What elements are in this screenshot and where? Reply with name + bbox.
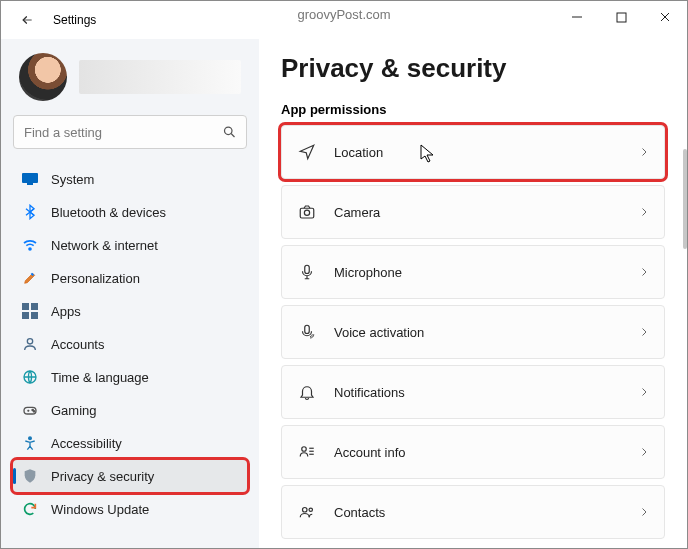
chevron-right-icon	[638, 206, 650, 218]
sidebar-item-accessibility[interactable]: Accessibility	[13, 427, 247, 459]
search-icon	[222, 125, 237, 140]
svg-point-28	[309, 508, 312, 511]
sidebar-item-label: Accessibility	[51, 436, 122, 451]
back-arrow-icon-line	[18, 13, 36, 27]
close-icon	[659, 11, 671, 23]
permission-card-voice-activation[interactable]: Voice activation	[281, 305, 665, 359]
svg-point-20	[304, 210, 309, 215]
sidebar-item-label: Network & internet	[51, 238, 158, 253]
user-name-redacted	[79, 60, 241, 94]
minimize-icon	[571, 11, 583, 23]
maximize-button[interactable]	[599, 1, 643, 33]
paintbrush-icon	[21, 269, 39, 287]
contacts-icon	[296, 503, 318, 521]
scrollbar[interactable]	[683, 149, 687, 249]
sidebar-item-label: System	[51, 172, 94, 187]
bluetooth-icon	[21, 203, 39, 221]
permission-card-account-info[interactable]: Account info	[281, 425, 665, 479]
back-button[interactable]	[9, 2, 45, 38]
svg-point-27	[303, 508, 308, 513]
chevron-right-icon	[638, 146, 650, 158]
sidebar-item-network[interactable]: Network & internet	[13, 229, 247, 261]
content-area: Privacy & security App permissions Locat…	[259, 39, 687, 549]
svg-point-17	[33, 411, 34, 412]
system-icon	[21, 170, 39, 188]
titlebar: Settings groovyPost.com	[1, 1, 687, 39]
permissions-list: Location Camera Microphone Voice activat…	[281, 125, 665, 539]
permission-label: Notifications	[334, 385, 638, 400]
permission-card-contacts[interactable]: Contacts	[281, 485, 665, 539]
permission-label: Account info	[334, 445, 638, 460]
svg-rect-9	[22, 303, 29, 310]
svg-rect-22	[305, 325, 310, 333]
sidebar-item-privacy-security[interactable]: Privacy & security	[13, 460, 247, 492]
nav-list: System Bluetooth & devices Network & int…	[13, 163, 247, 526]
minimize-button[interactable]	[555, 1, 599, 33]
search-input[interactable]	[13, 115, 247, 149]
svg-rect-11	[22, 312, 29, 319]
svg-point-4	[225, 127, 233, 135]
window-controls	[555, 1, 687, 33]
svg-point-8	[29, 248, 31, 250]
close-button[interactable]	[643, 1, 687, 33]
sidebar-item-label: Time & language	[51, 370, 149, 385]
maximize-icon	[616, 12, 627, 23]
sidebar-item-label: Bluetooth & devices	[51, 205, 166, 220]
sidebar-item-label: Gaming	[51, 403, 97, 418]
accounts-icon	[21, 335, 39, 353]
permission-card-location[interactable]: Location	[281, 125, 665, 179]
sidebar-item-time-language[interactable]: Time & language	[13, 361, 247, 393]
watermark-text: groovyPost.com	[297, 7, 390, 22]
svg-rect-21	[305, 265, 310, 273]
chevron-right-icon	[638, 506, 650, 518]
sidebar-item-bluetooth[interactable]: Bluetooth & devices	[13, 196, 247, 228]
sidebar-item-label: Personalization	[51, 271, 140, 286]
update-icon	[21, 500, 39, 518]
svg-point-23	[302, 447, 307, 452]
sidebar-item-personalization[interactable]: Personalization	[13, 262, 247, 294]
chevron-right-icon	[638, 266, 650, 278]
account-info-icon	[296, 443, 318, 461]
svg-rect-10	[31, 303, 38, 310]
svg-line-5	[231, 134, 234, 137]
search-field-wrap	[13, 115, 247, 149]
gaming-icon	[21, 401, 39, 419]
permission-label: Voice activation	[334, 325, 638, 340]
sidebar-item-system[interactable]: System	[13, 163, 247, 195]
chevron-right-icon	[638, 386, 650, 398]
accessibility-icon	[21, 434, 39, 452]
camera-icon	[296, 203, 318, 221]
sidebar-item-windows-update[interactable]: Windows Update	[13, 493, 247, 525]
sidebar-item-apps[interactable]: Apps	[13, 295, 247, 327]
shield-icon	[21, 467, 39, 485]
svg-rect-1	[617, 13, 626, 22]
page-title: Privacy & security	[281, 53, 665, 84]
svg-rect-12	[31, 312, 38, 319]
chevron-right-icon	[638, 326, 650, 338]
globe-icon	[21, 368, 39, 386]
location-icon	[296, 143, 318, 161]
sidebar-item-label: Windows Update	[51, 502, 149, 517]
permission-label: Camera	[334, 205, 638, 220]
apps-icon	[21, 302, 39, 320]
section-header: App permissions	[281, 102, 665, 117]
mouse-cursor	[420, 144, 436, 164]
permission-label: Contacts	[334, 505, 638, 520]
permission-card-microphone[interactable]: Microphone	[281, 245, 665, 299]
permission-card-notifications[interactable]: Notifications	[281, 365, 665, 419]
svg-rect-7	[27, 183, 33, 185]
bell-icon	[296, 383, 318, 401]
sidebar-item-gaming[interactable]: Gaming	[13, 394, 247, 426]
sidebar: System Bluetooth & devices Network & int…	[1, 39, 259, 549]
microphone-icon	[296, 263, 318, 281]
svg-point-18	[29, 437, 32, 440]
svg-rect-6	[22, 173, 38, 183]
sidebar-item-accounts[interactable]: Accounts	[13, 328, 247, 360]
user-profile[interactable]	[13, 45, 247, 115]
svg-point-13	[27, 339, 32, 344]
sidebar-item-label: Privacy & security	[51, 469, 154, 484]
wifi-icon	[21, 236, 39, 254]
permission-card-camera[interactable]: Camera	[281, 185, 665, 239]
avatar	[19, 53, 67, 101]
window-title: Settings	[53, 13, 96, 27]
